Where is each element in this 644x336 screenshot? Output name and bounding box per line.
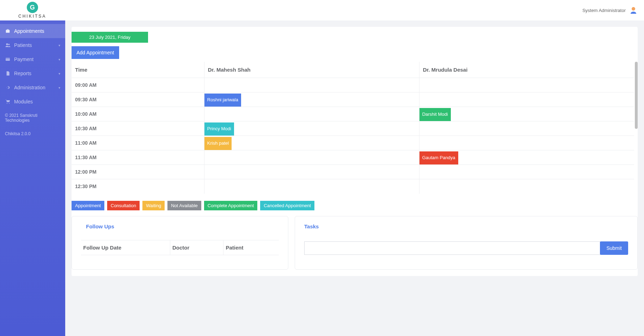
- legend-waiting: Waiting: [142, 201, 165, 210]
- followups-col-date: Follow Up Date: [81, 240, 170, 255]
- svg-point-1: [6, 43, 8, 45]
- schedule-row: 09:00 AM: [72, 78, 634, 92]
- chevron-down-icon: ▾: [59, 58, 60, 61]
- svg-point-2: [8, 44, 10, 45]
- svg-point-0: [632, 7, 635, 11]
- schedule-cell[interactable]: Princy Modi: [204, 121, 419, 136]
- main-content: 23 July 2021, Friday Add Appointment Tim…: [65, 20, 644, 336]
- schedule-row: 10:30 AMPrincy Modi: [72, 121, 634, 136]
- task-submit-button[interactable]: Submit: [600, 241, 628, 255]
- time-label: 11:30 AM: [72, 150, 204, 165]
- svg-rect-3: [6, 58, 10, 61]
- legend-consultation: Consultation: [107, 201, 140, 210]
- users-icon: [5, 42, 11, 48]
- task-input[interactable]: [304, 241, 600, 255]
- current-user-name: System Administrator: [582, 8, 626, 13]
- svg-point-5: [7, 103, 7, 104]
- svg-rect-4: [6, 59, 10, 59]
- sidebar-item-label: Payment: [14, 56, 33, 62]
- chevron-down-icon: ▾: [59, 43, 60, 47]
- schedule-cell[interactable]: [204, 179, 419, 194]
- schedule-cell[interactable]: [419, 165, 634, 179]
- sidebar-version: Chikitsa 2.0.0: [0, 127, 65, 140]
- sidebar-item-label: Appointments: [14, 28, 44, 34]
- appointment-chip[interactable]: Roshni jariwala: [204, 94, 241, 107]
- svg-point-6: [9, 103, 10, 104]
- appointment-chip[interactable]: Darshit Modi: [419, 108, 451, 121]
- header: G CHIKITSA System Administrator: [0, 0, 644, 20]
- time-label: 12:00 PM: [72, 165, 204, 179]
- schedule-scrollbar[interactable]: [635, 62, 638, 129]
- schedule-cell[interactable]: Gautam Pandya: [419, 150, 634, 165]
- followups-panel: Follow Ups Follow Up Date Doctor Patient: [72, 216, 288, 270]
- status-legend: AppointmentConsultationWaitingNot Availa…: [72, 201, 638, 210]
- followups-table: Follow Up Date Doctor Patient: [81, 240, 279, 255]
- column-header-time: Time: [72, 62, 204, 78]
- sidebar-copyright: © 2021 Sanskruti Technologies: [0, 109, 65, 127]
- column-header-doctor1: Dr. Mahesh Shah: [204, 62, 419, 78]
- column-header-doctor2: Dr. Mrudula Desai: [419, 62, 634, 78]
- schedule-row: 09:30 AMRoshni jariwala: [72, 92, 634, 107]
- followups-title: Follow Ups: [86, 223, 279, 229]
- appointment-chip[interactable]: Princy Modi: [204, 122, 234, 136]
- sidebar-item-appointments[interactable]: Appointments: [0, 24, 65, 38]
- time-label: 10:00 AM: [72, 107, 204, 121]
- legend-complete-appointment: Complete Appointment: [204, 201, 258, 210]
- cart-icon: [5, 99, 11, 104]
- schedule-wrapper: Time Dr. Mahesh Shah Dr. Mrudula Desai 0…: [72, 62, 638, 194]
- sidebar: AppointmentsPatients▾Payment▾Reports▾Adm…: [0, 20, 65, 336]
- logo-icon: G: [27, 2, 38, 13]
- sidebar-item-label: Modules: [14, 99, 33, 104]
- sidebar-item-reports[interactable]: Reports▾: [0, 66, 65, 80]
- schedule-cell[interactable]: Roshni jariwala: [204, 92, 419, 107]
- schedule-cell[interactable]: [204, 107, 419, 121]
- card-icon: [5, 56, 11, 62]
- schedule-row: 11:30 AMGautam Pandya: [72, 150, 634, 165]
- time-label: 11:00 AM: [72, 136, 204, 150]
- schedule-cell[interactable]: [204, 150, 419, 165]
- schedule-row: 12:30 PM: [72, 179, 634, 194]
- schedule-row: 10:00 AMDarshit Modi: [72, 107, 634, 121]
- appointments-card: 23 July 2021, Friday Add Appointment Tim…: [72, 27, 638, 276]
- schedule-cell[interactable]: Darshit Modi: [419, 107, 634, 121]
- legend-not-available: Not Available: [167, 201, 201, 210]
- schedule-row: 12:00 PM: [72, 165, 634, 179]
- schedule-cell[interactable]: [419, 78, 634, 92]
- date-selector[interactable]: 23 July 2021, Friday: [72, 32, 148, 43]
- time-label: 10:30 AM: [72, 121, 204, 136]
- schedule-cell[interactable]: [419, 92, 634, 107]
- sidebar-item-modules[interactable]: Modules: [0, 95, 65, 109]
- schedule-table: Time Dr. Mahesh Shah Dr. Mrudula Desai 0…: [72, 62, 634, 194]
- followups-col-patient: Patient: [223, 240, 279, 255]
- user-menu[interactable]: System Administrator: [582, 6, 638, 14]
- followups-col-doctor: Doctor: [170, 240, 223, 255]
- add-appointment-button[interactable]: Add Appointment: [72, 46, 119, 59]
- tasks-panel: Tasks Submit: [295, 216, 638, 270]
- chevron-down-icon: ▾: [59, 86, 60, 90]
- brand-logo[interactable]: G CHIKITSA: [18, 2, 46, 19]
- schedule-cell[interactable]: [204, 165, 419, 179]
- time-label: 09:00 AM: [72, 78, 204, 92]
- legend-cancelled-appointment: Cancelled Appointment: [260, 201, 314, 210]
- schedule-cell[interactable]: [204, 78, 419, 92]
- time-label: 12:30 PM: [72, 179, 204, 194]
- schedule-cell[interactable]: [419, 136, 634, 150]
- sidebar-item-patients[interactable]: Patients▾: [0, 38, 65, 52]
- sidebar-item-label: Reports: [14, 71, 31, 76]
- sidebar-item-administration[interactable]: Administration▾: [0, 80, 65, 95]
- avatar-icon: [629, 6, 638, 14]
- appointment-chip[interactable]: Krish patel: [204, 137, 232, 150]
- brand-name: CHIKITSA: [18, 14, 46, 19]
- schedule-cell[interactable]: Krish patel: [204, 136, 419, 150]
- schedule-row: 11:00 AMKrish patel: [72, 136, 634, 150]
- sidebar-item-label: Patients: [14, 42, 32, 48]
- appointment-chip[interactable]: Gautam Pandya: [419, 151, 458, 164]
- legend-appointment: Appointment: [72, 201, 104, 210]
- schedule-cell[interactable]: [419, 121, 634, 136]
- tasks-title: Tasks: [304, 223, 628, 229]
- chevron-down-icon: ▾: [59, 72, 60, 76]
- sidebar-item-label: Administration: [14, 85, 45, 90]
- schedule-cell[interactable]: [419, 179, 634, 194]
- briefcase-icon: [5, 28, 11, 34]
- sidebar-item-payment[interactable]: Payment▾: [0, 52, 65, 66]
